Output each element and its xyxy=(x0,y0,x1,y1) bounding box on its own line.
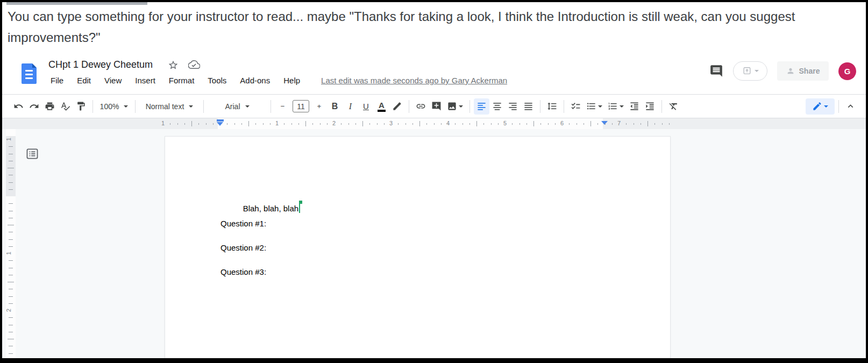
ruler-label: 2 xyxy=(5,309,12,312)
align-right-button[interactable] xyxy=(505,98,521,115)
menu-file[interactable]: File xyxy=(49,75,65,86)
bulleted-list-button[interactable] xyxy=(584,98,605,115)
left-indent-marker[interactable] xyxy=(217,122,223,126)
justify-button[interactable] xyxy=(521,98,536,115)
person-icon xyxy=(786,67,795,75)
numbered-list-button[interactable] xyxy=(605,98,627,115)
ruler-label: 2 xyxy=(330,120,338,126)
collaborator-cursor xyxy=(299,204,300,213)
google-docs-window: You can type something for your instruct… xyxy=(2,2,866,358)
text-color-button[interactable]: A xyxy=(374,98,389,115)
paragraph: Question #1: xyxy=(220,219,266,228)
increase-font-size-button[interactable]: + xyxy=(311,98,327,115)
paragraph: Blah, blah, blah xyxy=(220,195,300,222)
chevron-down-icon xyxy=(598,105,602,108)
highlighter-icon xyxy=(392,101,402,111)
ruler-label: 6 xyxy=(558,120,566,126)
menu-edit[interactable]: Edit xyxy=(76,75,92,86)
star-icon[interactable] xyxy=(168,60,179,70)
link-icon xyxy=(416,101,426,111)
menu-addons[interactable]: Add-ons xyxy=(239,75,271,86)
image-icon xyxy=(447,101,457,111)
chevron-down-icon xyxy=(245,105,250,108)
editing-mode-button[interactable] xyxy=(806,98,835,115)
ruler-label: 5 xyxy=(501,120,509,126)
font-select[interactable]: Arial xyxy=(208,98,267,115)
chevron-down-icon xyxy=(755,70,759,72)
bulleted-list-icon xyxy=(586,101,596,111)
redo-icon xyxy=(29,101,39,111)
print-icon xyxy=(45,101,55,111)
font-size-input[interactable]: 11 xyxy=(293,100,309,112)
align-center-button[interactable] xyxy=(489,98,505,115)
ruler-label: 1 xyxy=(5,138,12,141)
undo-icon xyxy=(13,101,24,111)
increase-indent-button[interactable] xyxy=(642,98,658,115)
vertical-ruler: 112 xyxy=(6,129,16,358)
italic-button[interactable]: I xyxy=(343,98,358,115)
underline-button[interactable]: U xyxy=(358,98,374,115)
paint-format-button[interactable] xyxy=(73,98,89,115)
paragraph: Question #3: xyxy=(220,267,266,276)
menu-view[interactable]: View xyxy=(103,75,123,86)
collapse-toolbar-button[interactable] xyxy=(843,98,858,115)
menu-help[interactable]: Help xyxy=(282,75,301,86)
add-comment-button[interactable] xyxy=(429,98,444,115)
align-left-icon xyxy=(476,101,487,111)
line-spacing-button[interactable] xyxy=(544,98,560,115)
menu-insert[interactable]: Insert xyxy=(134,75,156,86)
first-line-indent-marker[interactable] xyxy=(217,119,224,122)
align-left-button[interactable] xyxy=(474,98,489,115)
ruler-label: 1 xyxy=(5,252,12,255)
document-canvas: 112 Blah, blah, blah Question #1: Questi… xyxy=(2,129,866,358)
last-edit-link[interactable]: Last edit was made seconds ago by Gary A… xyxy=(321,76,507,85)
insert-link-button[interactable] xyxy=(413,98,429,115)
clear-formatting-icon xyxy=(668,101,679,111)
ruler-label: 7 xyxy=(615,120,623,126)
checklist-icon xyxy=(571,101,581,111)
toolbar: 100% Normal text Arial − 11 + B I U A xyxy=(2,94,866,118)
undo-button[interactable] xyxy=(11,98,26,115)
spellcheck-button[interactable] xyxy=(58,98,73,115)
spellcheck-icon xyxy=(60,101,70,111)
browser-tab-sliver xyxy=(6,2,147,5)
avatar[interactable]: G xyxy=(838,62,856,80)
paint-format-icon xyxy=(76,101,86,111)
document-title[interactable]: CHpt 1 Dewey Cheetum xyxy=(48,59,153,70)
redo-button[interactable] xyxy=(26,98,42,115)
chevron-down-icon xyxy=(824,105,828,108)
document-page[interactable]: Blah, blah, blah Question #1: Question #… xyxy=(165,136,671,358)
chevron-down-icon xyxy=(459,105,463,108)
paragraph-style-select[interactable]: Normal text xyxy=(139,98,200,115)
show-outline-button[interactable] xyxy=(26,148,39,160)
bold-button[interactable]: B xyxy=(327,98,343,115)
upload-mode-button[interactable] xyxy=(733,61,767,81)
ruler-label: 1 xyxy=(273,120,281,126)
document-outline-icon xyxy=(26,148,38,159)
chevron-down-icon xyxy=(189,105,193,108)
print-button[interactable] xyxy=(42,98,58,115)
titlebar: CHpt 1 Dewey Cheetum File Edit View Inse… xyxy=(2,52,866,94)
edit-pencil-icon xyxy=(812,101,822,111)
clear-formatting-button[interactable] xyxy=(666,98,681,115)
zoom-select[interactable]: 100% xyxy=(97,98,131,115)
upload-box-icon xyxy=(742,66,752,76)
chevron-up-icon xyxy=(845,101,856,111)
share-button[interactable]: Share xyxy=(777,61,829,81)
chevron-down-icon xyxy=(620,105,624,108)
google-docs-icon[interactable] xyxy=(22,63,37,84)
insert-image-button[interactable] xyxy=(444,98,466,115)
comment-history-icon[interactable] xyxy=(709,64,723,78)
ruler-label: 1 xyxy=(159,120,167,126)
menu-tools[interactable]: Tools xyxy=(207,75,227,86)
highlight-color-button[interactable] xyxy=(389,98,405,115)
instruction-text: You can type something for your instruct… xyxy=(8,6,834,48)
menu-format[interactable]: Format xyxy=(168,75,196,86)
checklist-button[interactable] xyxy=(568,98,584,115)
cloud-saved-icon[interactable] xyxy=(188,60,200,70)
decrease-font-size-button[interactable]: − xyxy=(275,98,290,115)
decrease-indent-button[interactable] xyxy=(627,98,642,115)
add-comment-icon xyxy=(431,101,442,111)
paragraph: Question #2: xyxy=(220,243,266,252)
ruler-label: 3 xyxy=(387,120,395,126)
